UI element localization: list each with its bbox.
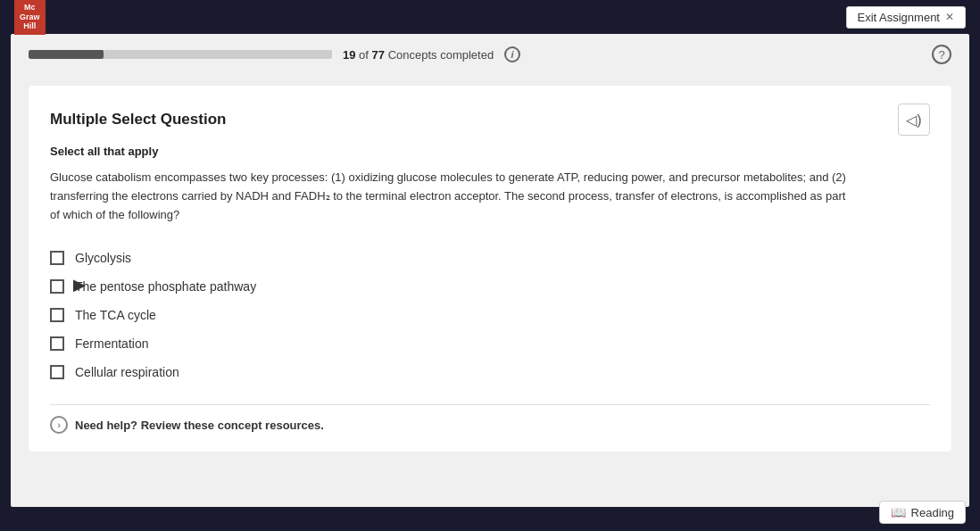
checkbox-glycolysis[interactable] <box>50 251 64 265</box>
help-resources-icon: › <box>50 416 68 434</box>
question-card: Multiple Select Question ◁) Select all t… <box>29 86 951 452</box>
options-list: Glycolysis The pentose phosphate pathway… <box>50 244 930 386</box>
option-label-pentose: The pentose phosphate pathway <box>75 279 256 294</box>
option-item-fermentation[interactable]: Fermentation <box>50 329 930 358</box>
checkbox-pentose[interactable] <box>50 279 64 294</box>
reading-icon: 📖 <box>891 505 906 519</box>
info-icon[interactable]: i <box>504 46 520 62</box>
select-all-label: Select all that apply <box>50 145 930 158</box>
exit-button-label: Exit Assignment <box>858 11 941 24</box>
audio-button[interactable]: ◁) <box>898 104 930 136</box>
progress-current: 19 <box>343 48 355 62</box>
progress-total: 77 <box>372 48 385 62</box>
audio-icon: ◁) <box>906 112 921 129</box>
reading-label: Reading <box>911 506 954 519</box>
close-icon: ✕ <box>945 11 954 23</box>
progress-fill <box>29 50 104 59</box>
option-item-cellular-respiration[interactable]: Cellular respiration <box>50 358 930 386</box>
exit-assignment-button[interactable]: Exit Assignment ✕ <box>846 6 967 29</box>
option-label-glycolysis: Glycolysis <box>75 251 131 265</box>
mcgrawhill-logo: Mc Graw Hill <box>14 0 46 35</box>
option-label-fermentation: Fermentation <box>75 336 148 351</box>
option-item-pentose[interactable]: The pentose phosphate pathway <box>50 272 930 301</box>
question-type-row: Multiple Select Question ◁) <box>50 104 930 136</box>
progress-text: 19 of 77 Concepts completed <box>343 48 494 62</box>
help-resources-section[interactable]: › Need help? Review these concept resour… <box>50 404 930 434</box>
option-label-tca: The TCA cycle <box>75 308 156 322</box>
option-item-glycolysis[interactable]: Glycolysis <box>50 244 930 272</box>
progress-row: 19 of 77 Concepts completed i ? <box>29 45 951 73</box>
bottom-bar: 📖 Reading <box>865 494 980 531</box>
help-circle-button[interactable]: ? <box>932 45 951 64</box>
question-body: Glucose catabolism encompasses two key p… <box>50 169 853 224</box>
main-content-area: 19 of 77 Concepts completed i ? Multiple… <box>11 34 969 507</box>
top-bar: Mc Graw Hill Exit Assignment ✕ <box>0 0 980 34</box>
reading-button[interactable]: 📖 Reading <box>879 501 966 524</box>
checkbox-fermentation[interactable] <box>50 336 64 351</box>
checkbox-cellular-respiration[interactable] <box>50 365 64 379</box>
checkbox-tca[interactable] <box>50 308 64 322</box>
help-resources-text: Need help? Review these concept resource… <box>75 419 324 432</box>
question-type-label: Multiple Select Question <box>50 111 226 129</box>
progress-track <box>29 50 332 59</box>
option-item-tca[interactable]: The TCA cycle <box>50 301 930 329</box>
option-label-cellular-respiration: Cellular respiration <box>75 365 179 379</box>
